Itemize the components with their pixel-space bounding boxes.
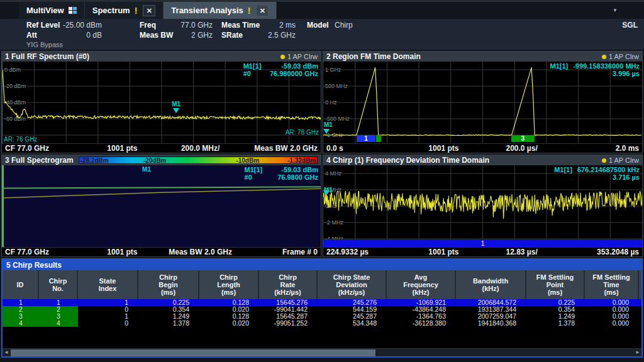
table-row[interactable]: 3311.2490.12815645.287245.287-1364.76320…	[3, 313, 641, 320]
spectrogram-color-scale: -28.2dBm -20dBm -10dBm -1.32dBm	[79, 156, 318, 164]
marker-m1-icon[interactable]	[323, 129, 330, 134]
panel3-plot-area[interactable]: M1[1]-59.03 dBm #076.9800 GHz M1	[2, 165, 321, 247]
tab-transient-analysis[interactable]: Transient Analysis ! ✕	[164, 2, 277, 19]
meas-bw-value[interactable]: 2 GHz	[171, 31, 213, 40]
ref-level-value[interactable]: -25.00 dBm	[55, 21, 102, 30]
marker-m1-label: M1	[324, 121, 333, 128]
time-per-div: 12.83 µs/	[483, 248, 561, 256]
table-cell: 0	[78, 320, 138, 327]
panel-chirp-freq-deviation: 4 Chirp (1) Frequency Deviation Time Dom…	[323, 155, 643, 257]
srate-value[interactable]: 2.5 GHz	[257, 31, 296, 40]
multiview-grid-icon	[69, 7, 77, 14]
column-header[interactable]: Chirp No.	[39, 270, 78, 299]
scale-min-label: -28.2dBm	[80, 157, 109, 165]
srate-label: SRate	[221, 31, 243, 40]
panel2-trace-info: 1 AP Clrw	[602, 53, 639, 60]
panel1-titlebar[interactable]: 1 Full RF Spectrum (#0) 1 AP Clrw	[2, 52, 321, 62]
model-value[interactable]: Chirp	[335, 21, 353, 30]
column-header[interactable]: Chirp State Deviation (kHz/µs)	[318, 270, 387, 299]
table-row[interactable]: 4401.3780.020-99051.252534.348-36128.380…	[3, 320, 641, 327]
scroll-left-icon[interactable]: ◄	[3, 349, 10, 356]
tab-multiview-label: MultiView	[26, 6, 64, 15]
single-sweep-badge: SGL	[622, 21, 638, 30]
tab-overflow-chevron-icon[interactable]: ▼	[613, 8, 618, 13]
panel2-titlebar[interactable]: 2 Region FM Time Domain 1 AP Clrw	[323, 52, 642, 62]
column-header[interactable]: FM Settling Point (ms)	[526, 270, 585, 299]
panel1-plot-area[interactable]: M1[1]-59.03 dBm #076.980000 GHz 0 dBm -2…	[2, 62, 321, 143]
marker-m1-label: M1	[172, 101, 180, 107]
meas-bw-value: Meas BW 2.0 GHz	[162, 248, 240, 256]
close-tab-transient-icon[interactable]: ✕	[256, 5, 269, 16]
panel-full-rf-spectrum: 1 Full RF Spectrum (#0) 1 AP Clrw M1[1]-…	[1, 51, 321, 153]
region-marker-3[interactable]: 3	[511, 135, 535, 142]
chirp-results-title: 5 Chirp Results	[6, 261, 62, 270]
time-per-div: 200.0 µs/	[483, 144, 561, 153]
table-cell: 0.354	[138, 306, 199, 313]
column-header[interactable]: Chirp Length (ms)	[199, 270, 259, 299]
scrollbar-thumb[interactable]	[11, 349, 375, 356]
panel4-trace-label: 1 AP Clrw	[609, 156, 639, 164]
table-cell: 1	[78, 313, 138, 320]
table-cell: 0	[78, 306, 138, 313]
panel4-trace-info: 1 AP Clrw	[602, 156, 639, 164]
panel4-plot-area[interactable]: M1[1]676.214687500 kHz 3.716 µs 4 MHz 2 …	[323, 165, 642, 247]
table-cell: 0.020	[199, 320, 259, 327]
tab-spectrum[interactable]: Spectrum ! ✕	[85, 2, 164, 19]
panel3-titlebar[interactable]: 3 Full Spectrogram -28.2dBm -20dBm -10dB…	[2, 155, 321, 165]
freq-value[interactable]: 77.0 GHz	[171, 21, 213, 30]
column-header[interactable]: ID	[3, 270, 39, 299]
trace-color-dot-icon	[602, 158, 606, 163]
table-cell: 0.000	[585, 313, 639, 320]
region-marker-1[interactable]: 1	[357, 135, 375, 142]
table-cell: 0.128	[199, 313, 259, 320]
column-header[interactable]: State Index	[78, 270, 138, 299]
marker-m1-icon[interactable]	[173, 108, 179, 113]
table-row[interactable]: 2200.3540.020-99041.442544.159-43864.248…	[3, 306, 641, 313]
region-marker-2[interactable]	[376, 135, 382, 142]
alert-icon: !	[135, 6, 138, 16]
table-row[interactable]: 1110.2250.12815645.276245.276-1069.92120…	[3, 299, 641, 306]
cf-value: CF 77.0 GHz	[5, 144, 83, 153]
tab-bar: MultiView Spectrum ! ✕ Transient Analysi…	[0, 2, 644, 19]
panel2-plot-area[interactable]: M1[1]-999.158336000 MHz 3.996 µs 1 GHz 5…	[323, 62, 642, 143]
att-value[interactable]: 0 dB	[75, 31, 102, 40]
table-cell: 534.348	[318, 320, 387, 327]
scroll-right-icon[interactable]: ►	[634, 349, 641, 356]
panel3-footer: CF 77.0 GHz 1001 pts Meas BW 2.0 GHz Fra…	[2, 247, 321, 256]
table-cell: 0.000	[585, 299, 639, 306]
scale-mid1-label: -20dBm	[143, 157, 167, 165]
panel2-trace-label: 1 AP Clrw	[609, 53, 639, 60]
tab-spectrum-label: Spectrum	[92, 6, 130, 15]
panel2-marker-readout: M1[1]-999.158336000 MHz 3.996 µs	[550, 62, 640, 77]
panel1-trace-label: 1 AP Clrw	[287, 53, 318, 60]
analyzer-window: MultiView Spectrum ! ✕ Transient Analysi…	[0, 0, 644, 362]
column-header[interactable]: FM Settling Time (ms)	[585, 270, 639, 299]
panel2-title: 2 Region FM Time Domain	[326, 52, 421, 61]
column-header[interactable]: Avg Frequency (kHz)	[387, 270, 456, 299]
table-cell: 4	[39, 320, 78, 327]
column-header[interactable]: Chirp Begin (ms)	[138, 270, 199, 299]
close-tab-spectrum-icon[interactable]: ✕	[143, 5, 155, 16]
panel1-trace-info: 1 AP Clrw	[280, 53, 318, 60]
results-header-row: IDChirp No.State IndexChirp Begin (ms)Ch…	[3, 270, 641, 299]
start-time: 0.0 s	[326, 144, 404, 153]
table-cell: 0.225	[526, 299, 585, 306]
chirp-results-titlebar[interactable]: 5 Chirp Results	[3, 260, 641, 270]
stop-time: 353.2048 µs	[561, 248, 639, 256]
column-header[interactable]: Chirp Rate (kHz/µs)	[259, 270, 318, 299]
table-cell: 1.378	[526, 320, 585, 327]
points-value: 1001 pts	[404, 144, 482, 153]
column-header[interactable]: Bandwidth (kHz)	[456, 270, 526, 299]
horizontal-scrollbar[interactable]: ◄ ►	[3, 348, 641, 356]
chirp-results-window: 5 Chirp Results IDChirp No.State IndexCh…	[1, 258, 643, 358]
panel4-footer: 224.9332 µs 1001 pts 12.83 µs/ 353.2048 …	[323, 247, 642, 256]
table-cell: 0.128	[199, 299, 259, 306]
panel4-titlebar[interactable]: 4 Chirp (1) Frequency Deviation Time Dom…	[323, 155, 642, 165]
panel1-title: 1 Full RF Spectrum (#0)	[5, 52, 89, 61]
tab-multiview[interactable]: MultiView	[19, 2, 85, 19]
marker-m1-icon[interactable]	[323, 190, 330, 195]
tab-transient-label: Transient Analysis	[171, 6, 243, 15]
meas-bw-value: Meas BW 2.0 GHz	[240, 144, 318, 153]
meas-time-value[interactable]: 2 ms	[269, 21, 296, 30]
table-cell: 0.020	[199, 306, 259, 313]
